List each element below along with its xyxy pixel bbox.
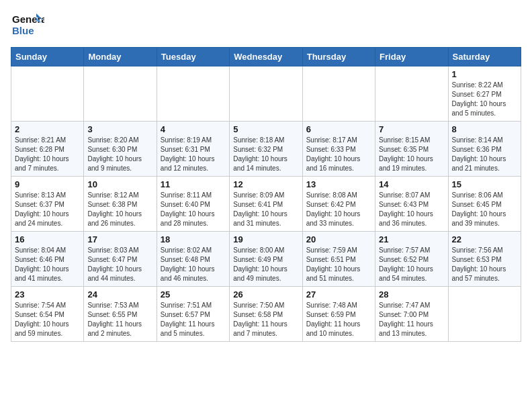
- calendar-cell: 19Sunrise: 8:00 AM Sunset: 6:49 PM Dayli…: [230, 232, 302, 287]
- day-number: 28: [379, 289, 444, 300]
- calendar-cell: 4Sunrise: 8:19 AM Sunset: 6:31 PM Daylig…: [157, 122, 229, 177]
- calendar-cell: 13Sunrise: 8:08 AM Sunset: 6:42 PM Dayli…: [302, 177, 375, 232]
- day-info: Sunrise: 8:20 AM Sunset: 6:30 PM Dayligh…: [87, 136, 152, 173]
- calendar-cell: [11, 66, 84, 122]
- day-number: 22: [452, 234, 517, 244]
- weekday-header-saturday: Saturday: [448, 48, 521, 66]
- day-info: Sunrise: 8:09 AM Sunset: 6:41 PM Dayligh…: [233, 191, 298, 228]
- day-number: 16: [15, 234, 80, 244]
- day-number: 21: [379, 234, 444, 244]
- calendar-cell: 24Sunrise: 7:53 AM Sunset: 6:55 PM Dayli…: [84, 287, 157, 342]
- day-number: 13: [306, 179, 371, 189]
- day-number: 24: [87, 289, 152, 300]
- calendar-week-row: 1Sunrise: 8:22 AM Sunset: 6:27 PM Daylig…: [11, 66, 521, 122]
- day-info: Sunrise: 8:06 AM Sunset: 6:45 PM Dayligh…: [452, 191, 517, 228]
- day-info: Sunrise: 7:57 AM Sunset: 6:52 PM Dayligh…: [379, 246, 444, 283]
- day-info: Sunrise: 8:19 AM Sunset: 6:31 PM Dayligh…: [161, 136, 226, 173]
- calendar-cell: [84, 66, 157, 122]
- day-info: Sunrise: 7:59 AM Sunset: 6:51 PM Dayligh…: [306, 246, 371, 283]
- logo: GeneralBlue: [11, 11, 44, 40]
- calendar-week-row: 23Sunrise: 7:54 AM Sunset: 6:54 PM Dayli…: [11, 287, 521, 342]
- day-number: 25: [161, 289, 226, 300]
- day-number: 23: [15, 289, 80, 300]
- day-info: Sunrise: 7:54 AM Sunset: 6:54 PM Dayligh…: [15, 301, 80, 338]
- calendar-cell: [302, 66, 375, 122]
- day-info: Sunrise: 8:02 AM Sunset: 6:48 PM Dayligh…: [161, 246, 226, 283]
- calendar-cell: 25Sunrise: 7:51 AM Sunset: 6:57 PM Dayli…: [157, 287, 229, 342]
- day-number: 20: [306, 234, 371, 244]
- day-number: 9: [15, 179, 80, 189]
- day-info: Sunrise: 8:04 AM Sunset: 6:46 PM Dayligh…: [15, 246, 80, 283]
- day-info: Sunrise: 7:48 AM Sunset: 6:59 PM Dayligh…: [306, 301, 371, 338]
- day-info: Sunrise: 7:51 AM Sunset: 6:57 PM Dayligh…: [161, 301, 226, 338]
- day-info: Sunrise: 8:21 AM Sunset: 6:28 PM Dayligh…: [15, 136, 80, 173]
- calendar-cell: 26Sunrise: 7:50 AM Sunset: 6:58 PM Dayli…: [230, 287, 302, 342]
- calendar-cell: [375, 66, 448, 122]
- day-info: Sunrise: 8:22 AM Sunset: 6:27 PM Dayligh…: [452, 81, 517, 118]
- day-number: 7: [379, 124, 444, 134]
- calendar-cell: 6Sunrise: 8:17 AM Sunset: 6:33 PM Daylig…: [302, 122, 375, 177]
- calendar-week-row: 9Sunrise: 8:13 AM Sunset: 6:37 PM Daylig…: [11, 177, 521, 232]
- day-info: Sunrise: 8:00 AM Sunset: 6:49 PM Dayligh…: [233, 246, 298, 283]
- weekday-header-tuesday: Tuesday: [157, 48, 229, 66]
- day-info: Sunrise: 7:47 AM Sunset: 7:00 PM Dayligh…: [379, 301, 444, 338]
- day-info: Sunrise: 8:14 AM Sunset: 6:36 PM Dayligh…: [452, 136, 517, 173]
- day-number: 2: [15, 124, 80, 134]
- day-number: 17: [87, 234, 152, 244]
- day-info: Sunrise: 7:53 AM Sunset: 6:55 PM Dayligh…: [87, 301, 152, 338]
- day-info: Sunrise: 8:13 AM Sunset: 6:37 PM Dayligh…: [15, 191, 80, 228]
- calendar-week-row: 16Sunrise: 8:04 AM Sunset: 6:46 PM Dayli…: [11, 232, 521, 287]
- calendar-cell: 21Sunrise: 7:57 AM Sunset: 6:52 PM Dayli…: [375, 232, 448, 287]
- calendar-table: SundayMondayTuesdayWednesdayThursdayFrid…: [11, 47, 521, 342]
- calendar-cell: 10Sunrise: 8:12 AM Sunset: 6:38 PM Dayli…: [84, 177, 157, 232]
- calendar-cell: [157, 66, 229, 122]
- day-number: 8: [452, 124, 517, 134]
- calendar-cell: 1Sunrise: 8:22 AM Sunset: 6:27 PM Daylig…: [448, 66, 521, 122]
- day-info: Sunrise: 7:56 AM Sunset: 6:53 PM Dayligh…: [452, 246, 517, 283]
- day-number: 18: [161, 234, 226, 244]
- weekday-header-wednesday: Wednesday: [230, 48, 302, 66]
- day-number: 14: [379, 179, 444, 189]
- calendar-week-row: 2Sunrise: 8:21 AM Sunset: 6:28 PM Daylig…: [11, 122, 521, 177]
- day-number: 26: [233, 289, 298, 300]
- day-info: Sunrise: 8:07 AM Sunset: 6:43 PM Dayligh…: [379, 191, 444, 228]
- day-info: Sunrise: 7:50 AM Sunset: 6:58 PM Dayligh…: [233, 301, 298, 338]
- page-header: GeneralBlue: [11, 11, 521, 40]
- day-number: 10: [87, 179, 152, 189]
- weekday-header-sunday: Sunday: [11, 48, 84, 66]
- weekday-header-thursday: Thursday: [302, 48, 375, 66]
- calendar-cell: 9Sunrise: 8:13 AM Sunset: 6:37 PM Daylig…: [11, 177, 84, 232]
- day-info: Sunrise: 8:17 AM Sunset: 6:33 PM Dayligh…: [306, 136, 371, 173]
- day-info: Sunrise: 8:18 AM Sunset: 6:32 PM Dayligh…: [233, 136, 298, 173]
- day-number: 6: [306, 124, 371, 134]
- calendar-cell: 28Sunrise: 7:47 AM Sunset: 7:00 PM Dayli…: [375, 287, 448, 342]
- weekday-header-monday: Monday: [84, 48, 157, 66]
- calendar-cell: 17Sunrise: 8:03 AM Sunset: 6:47 PM Dayli…: [84, 232, 157, 287]
- calendar-cell: 7Sunrise: 8:15 AM Sunset: 6:35 PM Daylig…: [375, 122, 448, 177]
- calendar-cell: 8Sunrise: 8:14 AM Sunset: 6:36 PM Daylig…: [448, 122, 521, 177]
- weekday-header-row: SundayMondayTuesdayWednesdayThursdayFrid…: [11, 48, 521, 66]
- calendar-cell: 16Sunrise: 8:04 AM Sunset: 6:46 PM Dayli…: [11, 232, 84, 287]
- day-number: 19: [233, 234, 298, 244]
- calendar-cell: 11Sunrise: 8:11 AM Sunset: 6:40 PM Dayli…: [157, 177, 229, 232]
- calendar-cell: 20Sunrise: 7:59 AM Sunset: 6:51 PM Dayli…: [302, 232, 375, 287]
- calendar-cell: 27Sunrise: 7:48 AM Sunset: 6:59 PM Dayli…: [302, 287, 375, 342]
- calendar-cell: 22Sunrise: 7:56 AM Sunset: 6:53 PM Dayli…: [448, 232, 521, 287]
- day-number: 5: [233, 124, 298, 134]
- calendar-cell: 5Sunrise: 8:18 AM Sunset: 6:32 PM Daylig…: [230, 122, 302, 177]
- day-info: Sunrise: 8:12 AM Sunset: 6:38 PM Dayligh…: [87, 191, 152, 228]
- day-number: 11: [161, 179, 226, 189]
- logo-svg: GeneralBlue: [11, 11, 44, 40]
- day-info: Sunrise: 8:08 AM Sunset: 6:42 PM Dayligh…: [306, 191, 371, 228]
- day-number: 15: [452, 179, 517, 189]
- calendar-cell: [230, 66, 302, 122]
- weekday-header-friday: Friday: [375, 48, 448, 66]
- day-number: 1: [452, 69, 517, 79]
- calendar-cell: 14Sunrise: 8:07 AM Sunset: 6:43 PM Dayli…: [375, 177, 448, 232]
- calendar-cell: 12Sunrise: 8:09 AM Sunset: 6:41 PM Dayli…: [230, 177, 302, 232]
- day-info: Sunrise: 8:03 AM Sunset: 6:47 PM Dayligh…: [87, 246, 152, 283]
- calendar-cell: 18Sunrise: 8:02 AM Sunset: 6:48 PM Dayli…: [157, 232, 229, 287]
- day-number: 3: [87, 124, 152, 134]
- svg-text:General: General: [12, 13, 44, 25]
- calendar-cell: 15Sunrise: 8:06 AM Sunset: 6:45 PM Dayli…: [448, 177, 521, 232]
